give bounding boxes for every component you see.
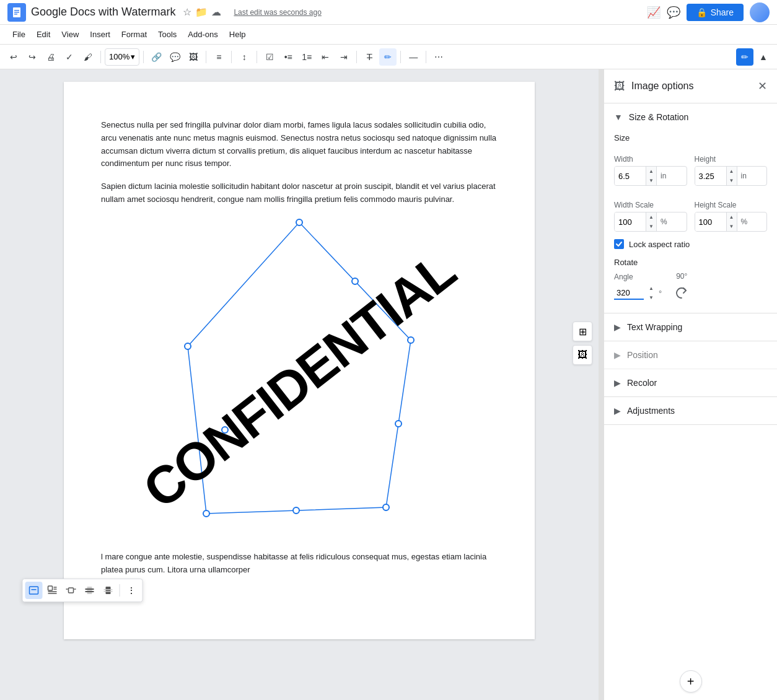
comment-button[interactable]: 💬 bbox=[166, 48, 183, 66]
svg-point-5 bbox=[296, 219, 302, 225]
adjustments-header[interactable]: ▶ Adjustments bbox=[604, 397, 777, 424]
side-buttons: ⊞ 🖼 bbox=[573, 322, 592, 365]
front-text-button[interactable] bbox=[100, 582, 117, 599]
undo-button[interactable]: ↩ bbox=[5, 48, 22, 66]
menu-view[interactable]: View bbox=[56, 27, 84, 42]
height-scale-up[interactable]: ▲ bbox=[727, 212, 737, 222]
scroll-bar[interactable] bbox=[599, 69, 604, 700]
line-button[interactable]: — bbox=[405, 48, 422, 66]
width-scale-down[interactable]: ▼ bbox=[646, 222, 656, 231]
height-scale-down[interactable]: ▼ bbox=[727, 222, 737, 231]
recolor-header[interactable]: ▶ Recolor bbox=[604, 369, 777, 396]
rotate-icon bbox=[675, 286, 688, 300]
recolor-title: Recolor bbox=[627, 378, 657, 388]
behind-text-button[interactable] bbox=[81, 582, 99, 599]
angle-down[interactable]: ▼ bbox=[646, 293, 656, 302]
menu-format[interactable]: Format bbox=[116, 27, 152, 42]
inline-button[interactable] bbox=[25, 582, 43, 599]
checkmark-icon bbox=[615, 240, 623, 248]
more-button[interactable]: ⋯ bbox=[430, 48, 447, 66]
svg-point-9 bbox=[185, 343, 191, 349]
height-input[interactable] bbox=[695, 167, 726, 185]
panel-title: Image options bbox=[631, 81, 752, 92]
trend-icon[interactable]: 📈 bbox=[647, 6, 661, 19]
paint-format-button[interactable]: 🖌 bbox=[79, 48, 97, 66]
width-scale-unit: % bbox=[656, 212, 671, 231]
watermark-image-container[interactable]: CONFIDENTIAL bbox=[144, 216, 454, 545]
menu-insert[interactable]: Insert bbox=[85, 27, 115, 42]
angle-input[interactable] bbox=[614, 287, 644, 300]
line-spacing-button[interactable]: ↕ bbox=[235, 48, 253, 66]
zoom-in-button[interactable]: + bbox=[680, 670, 702, 693]
zoom-in-side-button[interactable]: ⊞ bbox=[573, 322, 592, 341]
width-down[interactable]: ▼ bbox=[646, 176, 656, 185]
width-scale-input-wrap: ▲ ▼ % bbox=[614, 212, 687, 232]
spellcheck-button[interactable]: ✓ bbox=[61, 48, 78, 66]
image-button[interactable]: 🖼 bbox=[185, 48, 202, 66]
collapse-toolbar-button[interactable]: ▲ bbox=[755, 48, 772, 66]
height-scale-input[interactable] bbox=[695, 212, 726, 231]
float-toolbar: ⋮ bbox=[22, 579, 143, 602]
menu-addons[interactable]: Add-ons bbox=[183, 27, 222, 42]
toolbar-separator-6 bbox=[356, 51, 357, 63]
link-button[interactable]: 🔗 bbox=[147, 48, 165, 66]
panel-close-button[interactable]: ✕ bbox=[758, 79, 767, 93]
more-options-button[interactable]: ⋮ bbox=[123, 582, 140, 599]
star-icon[interactable]: ☆ bbox=[183, 6, 191, 18]
lock-icon: 🔒 bbox=[696, 7, 707, 17]
paint-mode-button[interactable]: ✏ bbox=[736, 48, 753, 66]
rotate90-group: 90° bbox=[672, 272, 691, 303]
comment-icon[interactable]: 💬 bbox=[667, 6, 680, 19]
height-down[interactable]: ▼ bbox=[727, 176, 737, 185]
lock-aspect-checkbox[interactable] bbox=[614, 239, 624, 249]
wrap-text-button[interactable] bbox=[44, 582, 61, 599]
width-up[interactable]: ▲ bbox=[646, 167, 656, 176]
redo-button[interactable]: ↪ bbox=[24, 48, 41, 66]
height-scale-unit: % bbox=[737, 212, 752, 231]
toolbar: ↩ ↪ 🖨 ✓ 🖌 100% ▾ 🔗 💬 🖼 ≡ ↕ ☑ •≡ 1≡ ⇤ ⇥ T… bbox=[0, 45, 777, 69]
bullet-list-button[interactable]: •≡ bbox=[279, 48, 297, 66]
width-scale-up[interactable]: ▲ bbox=[646, 212, 656, 222]
align-button[interactable]: ≡ bbox=[210, 48, 227, 66]
cloud-icon[interactable]: ☁ bbox=[211, 6, 221, 18]
width-input[interactable] bbox=[615, 167, 646, 185]
indent-more-button[interactable]: ⇥ bbox=[335, 48, 353, 66]
position-header[interactable]: ▶ Position bbox=[604, 341, 777, 369]
width-scale-group: Width Scale ▲ ▼ % bbox=[614, 193, 687, 232]
height-up[interactable]: ▲ bbox=[727, 167, 737, 176]
break-text-button[interactable] bbox=[63, 582, 80, 599]
document-title: Google Docs with Watermark bbox=[31, 6, 175, 19]
text-wrapping-header[interactable]: ▶ Text Wrapping bbox=[604, 313, 777, 341]
width-scale-input[interactable] bbox=[615, 212, 646, 231]
menu-edit[interactable]: Edit bbox=[32, 27, 55, 42]
degree-symbol: ° bbox=[659, 289, 662, 298]
toolbar-separator-7 bbox=[400, 51, 401, 63]
angle-up[interactable]: ▲ bbox=[646, 284, 656, 293]
position-title: Position bbox=[627, 350, 658, 360]
top-bar: Google Docs with Watermark ☆ 📁 ☁ Last ed… bbox=[0, 0, 777, 25]
size-rotation-header[interactable]: ▼ Size & Rotation bbox=[604, 103, 777, 131]
height-scale-input-wrap: ▲ ▼ % bbox=[695, 212, 768, 232]
zoom-selector[interactable]: 100% ▾ bbox=[105, 48, 139, 66]
menu-tools[interactable]: Tools bbox=[153, 27, 182, 42]
menu-bar: File Edit View Insert Format Tools Add-o… bbox=[0, 25, 777, 45]
rotate90-button[interactable] bbox=[672, 283, 691, 303]
indent-less-button[interactable]: ⇤ bbox=[317, 48, 334, 66]
image-side-button[interactable]: 🖼 bbox=[573, 345, 592, 365]
document-page: Senectus nulla per sed fringilla pulvina… bbox=[64, 82, 535, 639]
position-chevron: ▶ bbox=[614, 350, 621, 360]
share-button[interactable]: 🔒 Share bbox=[687, 4, 744, 21]
menu-file[interactable]: File bbox=[7, 27, 30, 42]
width-spinners: ▲ ▼ bbox=[646, 167, 656, 185]
checklist-button[interactable]: ☑ bbox=[261, 48, 278, 66]
user-avatar[interactable] bbox=[750, 2, 770, 22]
adjustments-title: Adjustments bbox=[627, 406, 675, 416]
menu-help[interactable]: Help bbox=[224, 27, 251, 42]
clear-format-button[interactable]: T̶ bbox=[361, 48, 378, 66]
print-button[interactable]: 🖨 bbox=[42, 48, 59, 66]
svg-rect-2 bbox=[14, 12, 19, 13]
highlight-button[interactable]: ✏ bbox=[379, 48, 397, 66]
folder-icon[interactable]: 📁 bbox=[195, 6, 208, 18]
svg-rect-14 bbox=[30, 587, 38, 594]
numbered-list-button[interactable]: 1≡ bbox=[298, 48, 315, 66]
